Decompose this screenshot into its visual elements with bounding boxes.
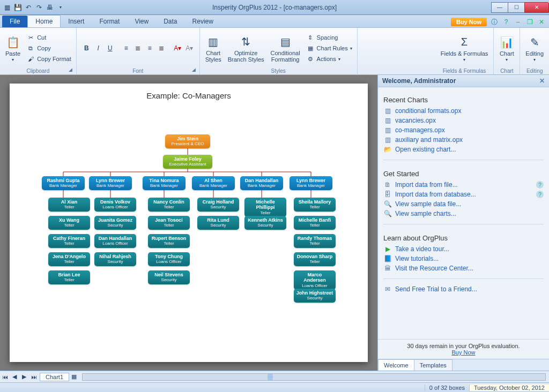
trial-buy-now-link[interactable]: Buy Now	[451, 349, 475, 356]
sheet-tab[interactable]: Chart1	[40, 373, 69, 381]
first-sheet-icon[interactable]: ⏮	[0, 374, 10, 380]
tab-home[interactable]: Home	[27, 15, 61, 27]
tab-format[interactable]: Format	[92, 16, 127, 27]
org-node[interactable]: Denis VolkovLoans Officer	[94, 198, 136, 212]
video-tour-link[interactable]: ▶Take a video tour...	[383, 244, 544, 254]
view-sample-data-link[interactable]: 🔍View sample data file...	[383, 199, 544, 209]
cut-button[interactable]: ✂Cut	[25, 33, 73, 42]
highlight-button[interactable]: A▾	[184, 43, 195, 54]
org-node[interactable]: Rita LundSecurity	[197, 216, 239, 230]
org-node[interactable]: Lynn BrewerBank Manager	[89, 176, 132, 190]
org-node[interactable]: Dan HandallanLoans Officer	[94, 234, 136, 248]
editing-button[interactable]: ✎Editing▾	[523, 34, 546, 63]
org-node[interactable]: Kenneth AtkinsSecurity	[244, 216, 286, 230]
org-node[interactable]: Lynn BrewerBank Manager	[290, 176, 332, 190]
qat-dropdown-icon[interactable]: ▾	[56, 3, 65, 12]
dialog-launcher-icon[interactable]: ◢	[69, 67, 75, 73]
org-node[interactable]: Brian LeeTeller	[48, 270, 90, 284]
align-left-button[interactable]: ≡	[121, 43, 131, 54]
recent-chart-link[interactable]: ▥vacancies.opx	[383, 116, 544, 125]
org-node[interactable]: Jaime FoleyExecutive Assistant	[163, 155, 212, 169]
org-node[interactable]: Sheila MalloryTeller	[294, 198, 336, 212]
close-doc-icon[interactable]: ✕	[537, 18, 546, 26]
import-file-link[interactable]: 🗎Import data from file...?	[383, 180, 544, 190]
org-node[interactable]: Jena D'AngeloTeller	[48, 252, 90, 266]
resource-center-link[interactable]: 🏛Visit the Resource Center...	[383, 263, 544, 273]
help-icon[interactable]: ?	[536, 191, 544, 198]
spacing-button[interactable]: ⇕Spacing	[305, 33, 354, 42]
org-node[interactable]: Rashmi GuptaBank Manager	[42, 176, 85, 190]
org-node[interactable]: John HighstreetSecurity	[294, 289, 336, 303]
italic-button[interactable]: I	[93, 43, 103, 54]
align-center-button[interactable]: ≣	[132, 43, 143, 54]
org-node[interactable]: Marco AndersenLoans Officer	[294, 270, 336, 290]
chart-styles-button[interactable]: ▥Chart Styles	[203, 33, 224, 64]
panel-tab-welcome[interactable]: Welcome	[378, 359, 414, 371]
buy-now-button[interactable]: Buy Now	[451, 18, 487, 26]
chart-rules-button[interactable]: ▦Chart Rules ▾	[305, 43, 354, 53]
org-node[interactable]: Juanita GomezSecurity	[94, 216, 136, 230]
minimize-button[interactable]: —	[491, 2, 508, 13]
panel-tab-templates[interactable]: Templates	[414, 359, 452, 371]
tab-view[interactable]: View	[127, 16, 156, 27]
optimize-branch-button[interactable]: ⇅Optimize Branch Styles	[226, 33, 266, 64]
org-node[interactable]: Tina NomuraBank Manager	[143, 176, 186, 190]
help-icon[interactable]: ?	[536, 181, 544, 189]
chart-button[interactable]: 📊Chart▾	[497, 34, 516, 63]
org-node[interactable]: Neil StevensSecurity	[148, 270, 190, 284]
sheet-options-icon[interactable]: ▦	[69, 373, 79, 380]
align-justify-button[interactable]: ≣	[156, 43, 167, 54]
import-db-link[interactable]: 🗄Import data from database...?	[383, 190, 544, 199]
send-trial-link[interactable]: ✉Send Free Trial to a Friend...	[383, 284, 544, 294]
copy-format-button[interactable]: 🖌Copy Format	[25, 54, 73, 64]
actions-button[interactable]: ⚙Actions ▾	[305, 54, 354, 64]
close-panel-icon[interactable]: ✕	[539, 77, 545, 85]
org-node[interactable]: Jim SteinPresident & CEO	[165, 134, 210, 148]
undo-icon[interactable]: ↶	[24, 3, 33, 12]
font-color-button[interactable]: A▾	[172, 43, 183, 54]
org-node[interactable]: Michelle PhillippiTeller	[244, 198, 286, 217]
app-icon[interactable]: ▦	[2, 3, 12, 12]
redo-icon[interactable]: ↷	[34, 3, 44, 12]
horizontal-scrollbar[interactable]	[82, 373, 546, 381]
restore-window-icon[interactable]: ❐	[525, 18, 534, 26]
conditional-formatting-button[interactable]: ▤Conditional Formatting	[269, 33, 302, 64]
org-node[interactable]: Craig HollandSecurity	[197, 198, 239, 212]
next-sheet-icon[interactable]: ▶	[19, 373, 29, 380]
save-icon[interactable]: 💾	[13, 3, 23, 12]
align-right-button[interactable]: ≡	[144, 43, 155, 54]
recent-chart-link[interactable]: ▥conditional formats.opx	[383, 106, 544, 116]
org-node[interactable]: Dan HandallanBank Manager	[240, 176, 283, 190]
bold-button[interactable]: B	[81, 43, 92, 54]
org-node[interactable]: Michelle BanfiTeller	[294, 216, 336, 230]
last-sheet-icon[interactable]: ⏭	[29, 374, 39, 380]
org-node[interactable]: Rupert BensonTeller	[148, 234, 190, 248]
tab-insert[interactable]: Insert	[61, 16, 92, 27]
org-node[interactable]: Tony ChungLoans Officer	[148, 252, 190, 266]
org-node[interactable]: Nancy ConlinTeller	[148, 198, 190, 212]
recent-chart-link[interactable]: ▥co-managers.opx	[383, 125, 544, 135]
dialog-launcher-icon[interactable]: ◢	[192, 67, 198, 73]
recent-chart-link[interactable]: ▥auxiliary and matrix.opx	[383, 135, 544, 145]
tab-data[interactable]: Data	[156, 16, 184, 27]
org-node[interactable]: Randy ThomasTeller	[294, 234, 336, 248]
org-node[interactable]: Al XianTeller	[48, 198, 90, 212]
minimize-ribbon-icon[interactable]: –	[514, 18, 522, 26]
org-node[interactable]: Nihal RahjeshSecurity	[94, 252, 136, 266]
file-tab[interactable]: File	[2, 16, 27, 27]
org-node[interactable]: Al ShenBank Manager	[192, 176, 235, 190]
help-icon[interactable]: ⓘ	[490, 18, 499, 26]
canvas-area[interactable]: Example: Co-Managers Jim SteinPresident …	[0, 75, 377, 371]
copy-button[interactable]: ⧉Copy	[25, 43, 73, 53]
underline-button[interactable]: U	[105, 43, 115, 54]
org-node[interactable]: Xu WangTeller	[48, 216, 90, 230]
print-icon[interactable]: 🖶	[45, 3, 55, 12]
maximize-button[interactable]: ☐	[508, 2, 525, 13]
fields-formulas-button[interactable]: ΣFields & Formulas▾	[439, 34, 491, 63]
whats-this-icon[interactable]: ?	[502, 18, 510, 26]
org-node[interactable]: Donovan SharpTeller	[294, 252, 336, 266]
open-existing-link[interactable]: 📂Open existing chart...	[383, 145, 544, 154]
close-button[interactable]: ✕	[524, 2, 549, 13]
view-tutorials-link[interactable]: 📘View tutorials...	[383, 254, 544, 263]
prev-sheet-icon[interactable]: ◀	[10, 373, 19, 380]
